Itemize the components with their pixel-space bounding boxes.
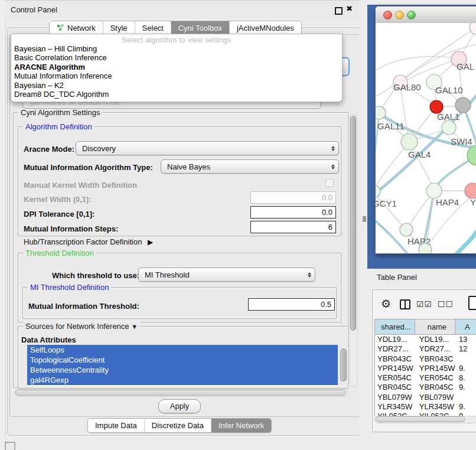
which-threshold-value: MI Threshold: [145, 270, 190, 279]
attribute-item-topologicalcoefficient[interactable]: TopologicalCoefficient: [27, 355, 338, 365]
algorithm-option-aracne-algorithm[interactable]: ARACNE Algorithm: [11, 63, 342, 71]
tab-jactivemnodules[interactable]: jActiveMNodules: [230, 21, 301, 35]
aracne-mode-select[interactable]: Discovery: [76, 141, 339, 155]
node-label-gal10: GAL10: [435, 85, 463, 95]
table-row[interactable]: YLR345WYLR345W9.: [375, 402, 476, 412]
network-view-window[interactable]: GALGAL80GAL10GAL1GAL11SWI4GAL4GCY1HAP4YH…: [375, 6, 476, 254]
network-node-gcy1[interactable]: [376, 185, 380, 198]
which-threshold-select[interactable]: MI Threshold: [138, 268, 315, 282]
close-icon[interactable]: ✖: [346, 4, 353, 13]
table-row[interactable]: YER054CYER054C8.: [375, 373, 476, 383]
zoom-traffic-light-icon[interactable]: [407, 11, 416, 19]
tab-label: Style: [110, 24, 128, 32]
table-cell: 9.: [455, 383, 476, 392]
algorithm-option-basic-correlation-inference[interactable]: Basic Correlation Inference: [11, 53, 342, 62]
data-attributes-list[interactable]: SelfLoopsTopologicalCoefficientBetweenne…: [27, 345, 338, 386]
network-node-swi4[interactable]: [467, 145, 476, 165]
network-node-gal11[interactable]: [376, 106, 386, 119]
tab-label: Cyni Toolbox: [178, 24, 222, 32]
network-edge[interactable]: [376, 142, 409, 190]
mi-algorithm-type-select[interactable]: Naive Bayes: [161, 159, 339, 174]
mi-steps-label: Mutual Information Steps:: [24, 224, 118, 233]
tab-network[interactable]: Network: [50, 21, 103, 35]
tab-impute-data[interactable]: Impute Data: [88, 419, 145, 432]
collapsed-panel-icon[interactable]: [5, 442, 15, 450]
table-row[interactable]: YIL052CYIL052C9: [375, 412, 476, 416]
table-row[interactable]: YDL19...YDL19...13: [375, 335, 476, 344]
table-cell: YLR345W: [375, 402, 415, 412]
float-window-icon[interactable]: [335, 7, 343, 15]
table-row[interactable]: YPR145WYPR145W9.: [375, 364, 476, 373]
splitter-handle[interactable]: [363, 216, 366, 222]
settings-vscrollbar-thumb[interactable]: [350, 116, 356, 331]
attribute-item-selfloops[interactable]: SelfLoops: [27, 345, 338, 355]
network-node-hap2[interactable]: [400, 223, 413, 236]
data-attributes-label: Data Attributes: [21, 335, 76, 344]
column-header-shared[interactable]: shared...: [375, 319, 415, 334]
gear-icon[interactable]: ⚙: [381, 297, 391, 311]
tab-select[interactable]: Select: [135, 21, 171, 35]
algorithm-option-dream8-dc-tdc-algorithm[interactable]: Dream8 DC_TDC Algorithm: [11, 90, 342, 99]
split-columns-icon[interactable]: [400, 299, 410, 309]
table-cell: YPR145W: [415, 364, 455, 373]
algorithm-option-bayesian-k2[interactable]: Bayesian – K2: [11, 81, 342, 90]
table-row[interactable]: YBL079WYBL079W: [375, 393, 476, 402]
mi-algorithm-type-label: Mutual Information Algorithm Type:: [24, 163, 153, 172]
table-cell: YDR27...: [415, 344, 455, 354]
table-rows: YDL19...YDL19...13YDR27...YDR27...12YBR0…: [375, 335, 476, 416]
mi-threshold-input[interactable]: 0.5: [248, 298, 335, 311]
table-row[interactable]: YBR045CYBR045C9.: [375, 383, 476, 392]
column-header-name[interactable]: name: [415, 319, 455, 334]
aracne-mode-value: Discovery: [82, 144, 116, 153]
attribute-item-gal4rgexp[interactable]: gal4RGexp: [27, 375, 338, 385]
network-node-gal4[interactable]: [401, 133, 418, 150]
network-node-hap4[interactable]: [426, 183, 442, 198]
network-edge[interactable]: [376, 192, 405, 229]
node-label-hap4: HAP4: [436, 197, 459, 207]
control-panel-titlebar: [5, 0, 366, 18]
apply-button[interactable]: Apply: [158, 399, 201, 413]
table-cell: YDL19...: [375, 335, 415, 344]
table-row[interactable]: YDR27...YDR27...12: [375, 344, 476, 354]
mi-steps-input[interactable]: 6: [250, 221, 336, 233]
close-traffic-light-icon[interactable]: [383, 11, 392, 19]
aracne-mode-label: Aracne Mode:: [24, 145, 74, 154]
table-row[interactable]: YBR043CYBR043C: [375, 354, 476, 364]
network-window-titlebar[interactable]: [376, 6, 476, 24]
algorithm-option-mutual-information-inference[interactable]: Mutual Information Inference: [11, 71, 342, 80]
hub-definition-toggle[interactable]: Hub/Transcription Factor Definition ▶: [24, 237, 153, 246]
network-node[interactable]: [442, 120, 456, 135]
tab-cyni-toolbox[interactable]: Cyni Toolbox: [171, 21, 230, 35]
tab-infer-network[interactable]: Infer Network: [211, 419, 271, 432]
sources-group-title[interactable]: Sources for Network Inference ▼: [23, 322, 140, 331]
unchecked-columns-icon[interactable]: ☐☐: [438, 299, 454, 309]
table-hscrollbar-thumb[interactable]: [376, 416, 465, 422]
table-cell: YLR345W: [415, 402, 455, 412]
kernel-width-input[interactable]: 0.0: [250, 191, 336, 204]
minimize-traffic-light-icon[interactable]: [395, 11, 404, 19]
network-node-y[interactable]: [465, 183, 476, 198]
network-edge[interactable]: [456, 227, 476, 253]
tab-label: Select: [142, 24, 164, 32]
network-node[interactable]: [470, 23, 476, 35]
table-cell: [455, 393, 476, 402]
tab-discretize-data[interactable]: Discretize Data: [145, 419, 211, 432]
list-scrollbar-thumb[interactable]: [340, 348, 347, 381]
document-icon[interactable]: [468, 296, 476, 310]
dpi-tolerance-input[interactable]: 0.0: [250, 206, 336, 219]
column-header-a[interactable]: A: [455, 319, 476, 334]
node-label-gal80: GAL80: [393, 82, 421, 92]
network-graph-canvas[interactable]: GALGAL80GAL10GAL1GAL11SWI4GAL4GCY1HAP4YH…: [376, 23, 476, 253]
tab-style[interactable]: Style: [103, 21, 135, 35]
attribute-item-betweennesscentrality[interactable]: BetweennessCentrality: [27, 365, 338, 375]
algorithm-option-bayesian-hill-climbing[interactable]: Bayesian – Hill Climbing: [11, 44, 342, 53]
network-node[interactable]: [455, 97, 471, 113]
network-node[interactable]: [419, 243, 432, 253]
settings-hscrollbar-thumb[interactable]: [15, 390, 346, 396]
mi-threshold-group-title: MI Threshold Definition: [28, 283, 111, 292]
checked-columns-icon[interactable]: ☑☑: [416, 299, 432, 309]
node-label-swi4: SWI4: [451, 136, 472, 146]
manual-kernel-width-checkbox[interactable]: [325, 179, 334, 187]
table-cell: YBR043C: [375, 354, 415, 364]
node-table[interactable]: shared...nameA YDL19...YDL19...13YDR27..…: [374, 319, 476, 416]
